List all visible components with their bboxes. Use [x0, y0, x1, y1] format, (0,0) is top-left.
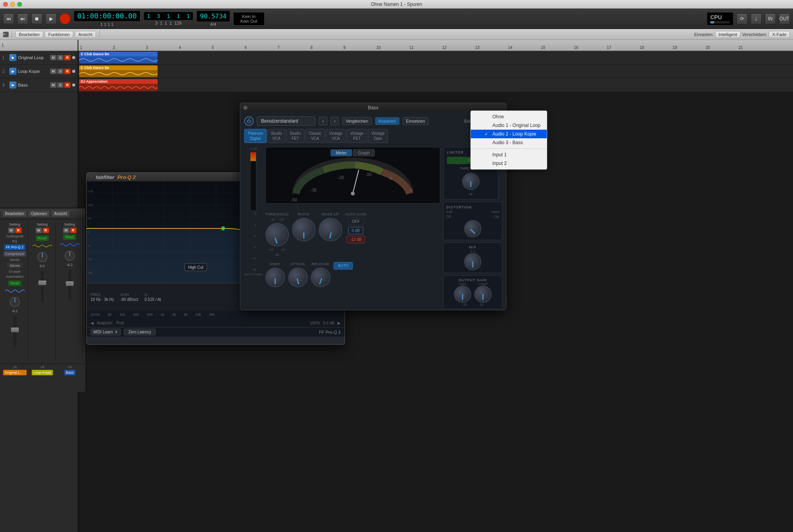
einrasten-value[interactable]: Intelligent — [715, 31, 740, 38]
mixer-optionen[interactable]: Optionen — [28, 210, 50, 217]
dropdown-label-4: Input 1 — [492, 152, 507, 157]
dropdown-item-input1[interactable]: Input 1 — [471, 150, 547, 159]
add-track-icon[interactable]: + — [3, 32, 9, 37]
auto-btn[interactable]: AUTO — [334, 262, 353, 270]
analyzer-nav-right[interactable]: ▶ — [338, 321, 341, 325]
tempo-display[interactable]: 90.5734 — [196, 11, 230, 22]
analyzer-nav-left[interactable]: ◀ — [91, 321, 94, 325]
metro-btn[interactable]: ♩ — [751, 13, 762, 24]
ch2-fader[interactable] — [41, 271, 44, 302]
fast-forward-button[interactable]: ⏭ — [17, 13, 28, 24]
ch1-auto-btn[interactable]: Read — [8, 280, 22, 286]
play-button[interactable]: ▶ — [45, 13, 56, 24]
comp-power-btn[interactable]: ⏻ — [244, 116, 254, 126]
audio-clip-3[interactable]: DJ Appreciation — [79, 79, 158, 91]
solo-btn-1[interactable]: S — [57, 55, 64, 60]
off-btn[interactable]: OFF — [348, 218, 364, 225]
ch1-fx2[interactable]: Compressor — [4, 251, 26, 257]
dropdown-item-input2[interactable]: Input 2 — [471, 159, 547, 168]
mute-btn-2[interactable]: M — [50, 69, 56, 74]
comp-preset-selector[interactable]: Benutzerstandard — [257, 116, 316, 126]
ratio-knob[interactable] — [292, 218, 316, 241]
rewind-button[interactable]: ⏮ — [3, 13, 14, 24]
loop-btn[interactable]: ⟳ — [737, 13, 748, 24]
comp-prev-btn[interactable]: ‹ — [319, 117, 327, 125]
graph-tab[interactable]: Graph — [353, 149, 375, 156]
comp-next-btn[interactable]: › — [330, 117, 339, 125]
model-studio-vca[interactable]: StudioVCA — [267, 129, 285, 143]
mixer-bearbeiten[interactable]: Bearbeiten — [2, 210, 27, 217]
zero-latency-btn[interactable]: Zero Latency — [124, 329, 155, 335]
ansicht-menu[interactable]: Ansicht — [75, 31, 96, 38]
ch1-out-btn[interactable]: Stereo — [7, 263, 22, 268]
comp-compare-btn[interactable]: Vergleichen — [342, 117, 372, 125]
bearbeiten-menu[interactable]: Bearbeiten — [15, 31, 43, 38]
model-vintage-opto[interactable]: VintageOpto — [368, 129, 388, 143]
midi-dropdown-icon: ▼ — [114, 330, 118, 334]
ch2-pan-knob[interactable] — [36, 251, 48, 263]
ch3-fader[interactable] — [68, 270, 71, 301]
model-vintage-fet[interactable]: VintageFET — [347, 129, 367, 143]
attack-knob[interactable] — [288, 268, 308, 287]
stop-button[interactable]: ⏹ — [31, 13, 42, 24]
ch1-mute[interactable]: M — [8, 228, 15, 233]
ch1-fader[interactable] — [13, 316, 16, 347]
maximize-button[interactable] — [17, 2, 22, 7]
dropdown-item-ohne[interactable]: Ohne — [471, 112, 547, 121]
mix-knob[interactable] — [464, 253, 481, 270]
ch2-mute[interactable]: M — [36, 228, 42, 233]
comp-main-area: -∞ dB 0 -3 -6 -9 -12 -18 INPUT GAIN — [244, 147, 502, 309]
comp-close-btn[interactable] — [243, 106, 247, 110]
dropdown-item-audio2[interactable]: ✓ Audio 2 - Loop Kopie — [471, 130, 547, 138]
comp-copy-btn[interactable]: Kopieren — [375, 117, 399, 125]
audio-clip-2[interactable]: C Club Dance Be — [79, 65, 158, 77]
meter-tab[interactable]: Meter — [330, 149, 352, 156]
makeup-knob[interactable] — [319, 218, 342, 241]
audio-clip-1[interactable]: C Club Dance Be — [79, 52, 158, 63]
record-button[interactable] — [60, 13, 71, 24]
model-classic-vca[interactable]: ClassicVCA — [305, 129, 325, 143]
zero-db-btn[interactable]: 0 dB — [348, 227, 363, 234]
close-button[interactable] — [3, 2, 8, 7]
clip-header-3: DJ Appreciation — [79, 79, 158, 84]
dropdown-item-audio3[interactable]: Audio 3 - Bass — [471, 138, 547, 147]
ch1-pan-knob[interactable] — [9, 296, 21, 308]
ch3-pan-knob[interactable] — [64, 250, 76, 262]
in-btn[interactable]: IN — [765, 13, 776, 24]
release-knob[interactable] — [311, 268, 330, 287]
output-gain-input-knob[interactable] — [454, 286, 471, 303]
minimize-button[interactable] — [10, 2, 15, 7]
mute-btn-1[interactable]: M — [50, 55, 56, 60]
neg12-btn[interactable]: -12 dB — [347, 236, 365, 243]
ch3-mute[interactable]: M — [63, 228, 69, 233]
distortion-knob[interactable] — [464, 220, 481, 237]
model-studio-fet[interactable]: StudioFET — [286, 129, 304, 143]
ch2-auto-btn[interactable]: Read — [36, 235, 49, 241]
mute-btn-3[interactable]: M — [50, 82, 56, 88]
lim-threshold-knob[interactable] — [462, 173, 479, 190]
funktionen-menu[interactable]: Funktionen — [45, 31, 73, 38]
model-platinum[interactable]: PlatinumDigital — [244, 129, 267, 143]
ch3-auto-btn[interactable]: Read — [63, 234, 76, 240]
record-btn-2[interactable]: R — [64, 69, 71, 74]
model-vintage-vca[interactable]: VintageVCA — [326, 129, 346, 143]
dropdown-item-audio1[interactable]: Audio 1 - Original Loop — [471, 121, 547, 130]
verschieben-value[interactable]: X-Fade — [769, 31, 790, 38]
ch1-record[interactable]: R — [15, 228, 22, 233]
midi-learn-btn[interactable]: MIDI Learn ▼ — [91, 329, 121, 335]
output-gain-output-knob[interactable] — [474, 286, 492, 303]
threshold-knob[interactable] — [265, 223, 289, 246]
check-icon-2: ✓ — [485, 132, 489, 137]
solo-btn-2[interactable]: S — [57, 69, 64, 74]
ch1-fx[interactable]: FF Pro-Q 2 — [4, 244, 25, 250]
record-btn-1[interactable]: R — [64, 55, 71, 60]
record-btn-3[interactable]: R — [64, 82, 71, 88]
mixer-ansicht[interactable]: Ansicht — [51, 210, 70, 217]
ch3-record[interactable]: R — [70, 228, 76, 233]
comp-einsetzen-btn[interactable]: Einsetzen — [403, 117, 428, 125]
knee-knob[interactable] — [265, 268, 285, 287]
out-btn[interactable]: OUT — [779, 13, 790, 24]
ch2-record[interactable]: R — [43, 228, 49, 233]
solo-btn-3[interactable]: S — [57, 82, 64, 88]
time-display[interactable]: 01:00:00:00.00 — [74, 11, 140, 22]
